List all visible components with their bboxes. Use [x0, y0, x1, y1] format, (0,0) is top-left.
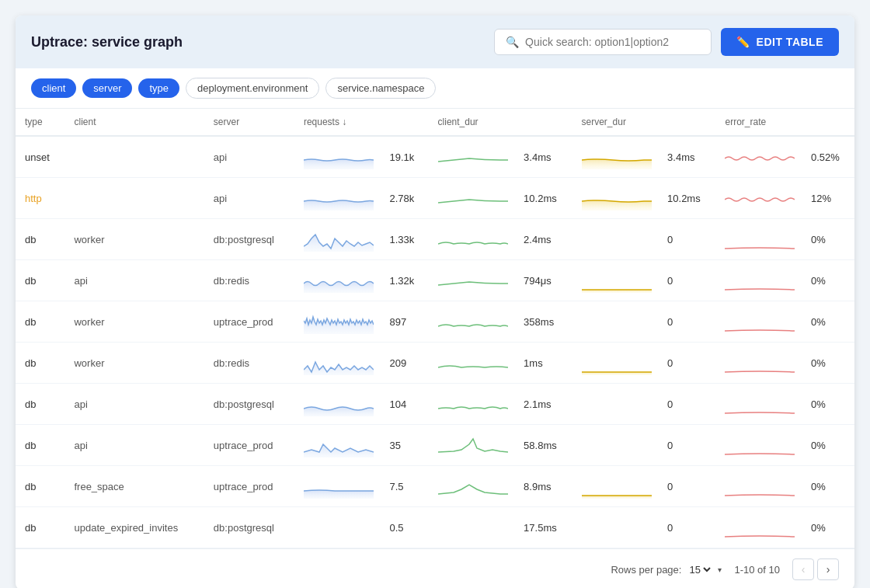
- cell-client-dur-chart: [429, 301, 523, 343]
- cell-type: db: [16, 507, 64, 548]
- cell-requests-value: 2.78k: [388, 178, 428, 219]
- cell-server: uptrace_prod: [204, 301, 294, 343]
- cell-server: api: [204, 136, 294, 178]
- cell-server-dur-chart: [572, 507, 666, 548]
- cell-server-dur-chart: [572, 178, 666, 219]
- cell-client-dur-value: 2.1ms: [522, 384, 572, 425]
- cell-client-dur-value: 17.5ms: [522, 507, 572, 548]
- table-row: db update_expired_invites db:postgresql …: [16, 507, 854, 548]
- search-icon: 🔍: [506, 36, 519, 48]
- cell-type: db: [16, 425, 64, 466]
- filter-tag-type[interactable]: type: [138, 78, 179, 98]
- cell-server-dur-value: 10.2ms: [666, 178, 715, 219]
- cell-server-dur-chart: [572, 219, 666, 260]
- cell-error-rate-value: 0%: [809, 260, 854, 301]
- search-input[interactable]: [525, 36, 700, 48]
- cell-client-dur-value: 2.4ms: [522, 219, 572, 260]
- pagination: Rows per page: 15 25 50 ▾ 1-10 of 10 ‹ ›: [16, 548, 854, 588]
- cell-client: free_space: [64, 466, 204, 507]
- cell-server-dur-chart: [572, 260, 666, 301]
- cell-error-rate-value: 0%: [809, 343, 854, 384]
- page-title: Uptrace: service graph: [31, 34, 183, 50]
- cell-server-dur-value: 0: [666, 425, 715, 466]
- table-row: http api 2.78k 10.2ms 10.2ms 12%: [16, 178, 854, 219]
- filter-tag-namespace[interactable]: service.namespace: [325, 78, 436, 99]
- cell-client-dur-value: 358ms: [522, 301, 572, 343]
- cell-server: db:redis: [204, 343, 294, 384]
- cell-client-dur-chart: [429, 466, 523, 507]
- cell-type: db: [16, 219, 64, 260]
- cell-server: api: [204, 178, 294, 219]
- cell-requests-value: 1.33k: [388, 219, 428, 260]
- cell-client-dur-value: 8.9ms: [522, 466, 572, 507]
- cell-requests-value: 897: [388, 301, 428, 343]
- cell-server-dur-chart: [572, 301, 666, 343]
- cell-server: db:postgresql: [204, 384, 294, 425]
- cell-requests-value: 7.5: [388, 466, 428, 507]
- edit-icon: ✏️: [736, 36, 750, 48]
- cell-server-dur-chart: [572, 466, 666, 507]
- cell-requests-chart: [294, 219, 388, 260]
- col-server: server: [204, 109, 294, 136]
- cell-type: db: [16, 466, 64, 507]
- cell-type: unset: [16, 136, 64, 178]
- cell-error-rate-chart: [715, 343, 809, 384]
- cell-error-rate-value: 0%: [809, 425, 854, 466]
- col-requests[interactable]: requests ↓: [294, 109, 429, 136]
- filter-tag-deployment[interactable]: deployment.environment: [186, 78, 319, 99]
- col-server-dur: server_dur: [572, 109, 716, 136]
- cell-client: api: [64, 425, 204, 466]
- col-type: type: [16, 109, 64, 136]
- cell-error-rate-value: 0%: [809, 384, 854, 425]
- cell-client-dur-value: 10.2ms: [522, 178, 572, 219]
- prev-page-button[interactable]: ‹: [792, 558, 814, 580]
- cell-client-dur-chart: [429, 425, 523, 466]
- cell-error-rate-chart: [715, 136, 809, 178]
- cell-server-dur-chart: [572, 343, 666, 384]
- cell-client-dur-value: 58.8ms: [522, 425, 572, 466]
- cell-error-rate-chart: [715, 507, 809, 548]
- cell-client: worker: [64, 219, 204, 260]
- cell-requests-chart: [294, 301, 388, 343]
- cell-requests-chart: [294, 507, 388, 548]
- cell-server-dur-chart: [572, 136, 666, 178]
- next-page-button[interactable]: ›: [817, 558, 839, 580]
- cell-error-rate-value: 0%: [809, 466, 854, 507]
- cell-client-dur-chart: [429, 260, 523, 301]
- cell-server: db:postgresql: [204, 507, 294, 548]
- cell-client: api: [64, 260, 204, 301]
- cell-requests-chart: [294, 384, 388, 425]
- rows-per-page-select[interactable]: 15 25 50: [686, 563, 713, 576]
- edit-table-button[interactable]: ✏️ EDIT TABLE: [721, 28, 839, 56]
- filter-tag-server[interactable]: server: [82, 78, 132, 98]
- filter-tag-client[interactable]: client: [31, 78, 76, 98]
- table-row: db api db:redis 1.32k 794μs 0 0%: [16, 260, 854, 301]
- cell-server-dur-value: 0: [666, 219, 715, 260]
- cell-server-dur-value: 0: [666, 466, 715, 507]
- cell-requests-chart: [294, 466, 388, 507]
- cell-requests-value: 19.1k: [388, 136, 428, 178]
- table-row: unset api 19.1k 3.4ms 3.4ms 0.52%: [16, 136, 854, 178]
- cell-client-dur-chart: [429, 219, 523, 260]
- cell-type: db: [16, 384, 64, 425]
- cell-type: http: [16, 178, 64, 219]
- cell-client-dur-value: 794μs: [522, 260, 572, 301]
- table-row: db free_space uptrace_prod 7.5 8.9ms 0 0…: [16, 466, 854, 507]
- cell-client: [64, 136, 204, 178]
- cell-error-rate-chart: [715, 178, 809, 219]
- cell-server-dur-value: 0: [666, 301, 715, 343]
- cell-error-rate-value: 0%: [809, 507, 854, 548]
- cell-client: [64, 178, 204, 219]
- cell-requests-chart: [294, 136, 388, 178]
- cell-server-dur-value: 0: [666, 384, 715, 425]
- cell-client: update_expired_invites: [64, 507, 204, 548]
- table-row: db worker uptrace_prod 897 358ms 0 0%: [16, 301, 854, 343]
- cell-requests-value: 0.5: [388, 507, 428, 548]
- cell-requests-value: 1.32k: [388, 260, 428, 301]
- cell-type: db: [16, 301, 64, 343]
- search-box: 🔍: [494, 29, 712, 55]
- chevron-down-icon: ▾: [718, 565, 722, 574]
- col-client-dur: client_dur: [429, 109, 572, 136]
- cell-server: db:postgresql: [204, 219, 294, 260]
- col-error-rate: error_rate: [715, 109, 854, 136]
